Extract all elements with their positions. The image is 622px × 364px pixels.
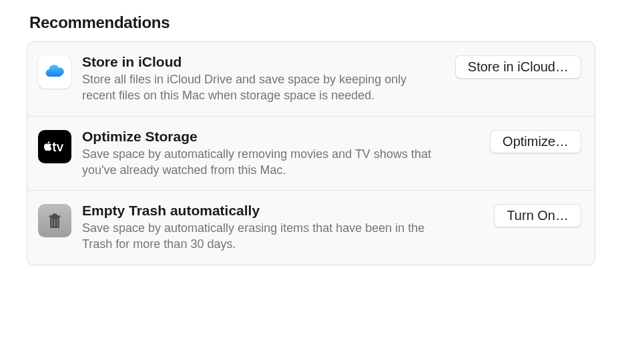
recommendations-panel: Store in iCloud Store all files in iClou…	[27, 41, 595, 265]
recommendation-text: Optimize Storage Save space by automatic…	[82, 129, 479, 179]
store-in-icloud-button[interactable]: Store in iCloud…	[455, 55, 581, 79]
svg-rect-2	[54, 219, 55, 227]
trash-icon	[38, 204, 71, 237]
recommendation-row-optimize: Optimize Storage Save space by automatic…	[27, 116, 595, 191]
recommendation-title: Optimize Storage	[82, 129, 473, 145]
icloud-icon	[38, 55, 71, 89]
recommendation-title: Store in iCloud	[82, 54, 438, 70]
recommendation-row-icloud: Store in iCloud Store all files in iClou…	[27, 42, 595, 116]
recommendation-text: Empty Trash automatically Save space by …	[82, 203, 483, 253]
svg-rect-3	[57, 219, 59, 227]
recommendation-text: Store in iCloud Store all files in iClou…	[82, 54, 444, 104]
recommendation-title: Empty Trash automatically	[82, 203, 477, 219]
optimize-button[interactable]: Optimize…	[490, 130, 581, 153]
recommendation-row-trash: Empty Trash automatically Save space by …	[27, 190, 595, 265]
recommendation-description: Store all files in iCloud Drive and save…	[82, 71, 438, 104]
recommendation-description: Save space by automatically removing mov…	[82, 146, 456, 179]
recommendation-description: Save space by automatically erasing item…	[82, 220, 456, 253]
turn-on-button[interactable]: Turn On…	[494, 204, 581, 227]
svg-rect-5	[53, 214, 57, 216]
appletv-icon	[38, 130, 71, 163]
recommendations-heading: Recommendations	[29, 13, 595, 32]
svg-rect-1	[51, 219, 53, 227]
